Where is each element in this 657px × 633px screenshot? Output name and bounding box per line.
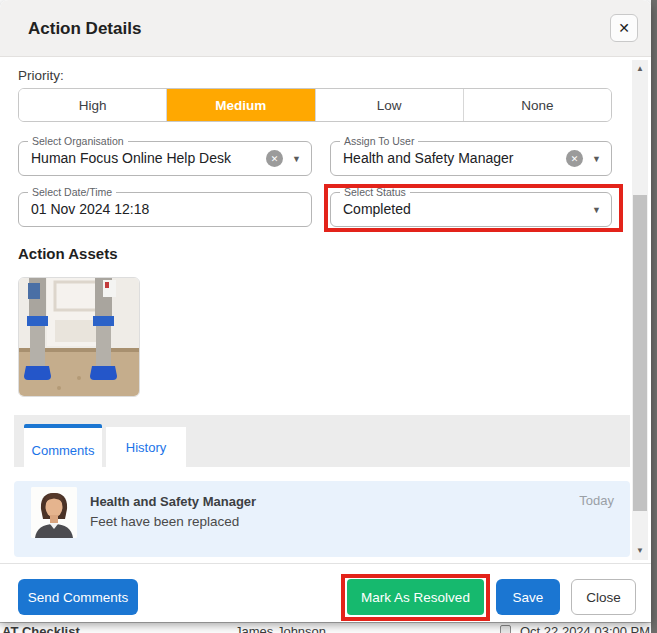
mark-as-resolved-button[interactable]: Mark As Resolved [347, 579, 484, 615]
background-row-date: Oct 22 2024 03:00 PM [520, 624, 650, 633]
close-button[interactable]: Close [571, 579, 636, 615]
priority-option-high[interactable]: High [19, 89, 166, 121]
footer-divider [0, 563, 651, 564]
background-row-title: AT Checklist [2, 624, 80, 633]
organisation-clear-icon[interactable]: ✕ [266, 150, 283, 167]
save-button[interactable]: Save [496, 579, 560, 615]
assign-user-clear-icon[interactable]: ✕ [566, 150, 583, 167]
organisation-select[interactable]: Select Organisation Human Focus Online H… [18, 141, 312, 176]
modal-header: Action Details ✕ [0, 0, 651, 57]
priority-option-medium[interactable]: Medium [166, 89, 314, 121]
comment-author: Health and Safety Manager [90, 494, 256, 509]
modal-close-button[interactable]: ✕ [610, 14, 638, 42]
page: AT Checklist James Johnson Oct 22 2024 0… [0, 0, 657, 633]
backdrop [651, 0, 657, 633]
action-assets-heading: Action Assets [18, 245, 117, 262]
scrollbar-thumb[interactable] [633, 195, 647, 511]
ladder-photo [19, 278, 139, 396]
close-icon: ✕ [618, 20, 630, 36]
modal-scrollbar[interactable]: ▲ ▼ [632, 60, 648, 560]
background-row-user: James Johnson [235, 624, 326, 633]
organisation-caret-icon[interactable]: ▼ [292, 154, 301, 164]
tab-history[interactable]: History [106, 427, 186, 467]
comment-timestamp: Today [579, 493, 614, 508]
scroll-down-icon[interactable]: ▼ [632, 544, 648, 558]
status-select[interactable]: Select Status Completed ▼ [330, 192, 612, 227]
send-comments-button[interactable]: Send Comments [18, 579, 138, 615]
tab-comments[interactable]: Comments [24, 424, 102, 473]
assign-user-caret-icon[interactable]: ▼ [592, 154, 601, 164]
organisation-value: Human Focus Online Help Desk [31, 142, 231, 175]
status-value: Completed [343, 193, 411, 226]
datetime-field[interactable]: Select Date/Time 01 Nov 2024 12:18 [18, 192, 312, 227]
priority-group: High Medium Low None [18, 88, 612, 122]
action-details-modal: Action Details ✕ ▲ ▼ Priority: High Medi… [0, 0, 651, 622]
priority-label: Priority: [18, 68, 64, 83]
datetime-value: 01 Nov 2024 12:18 [31, 193, 149, 226]
comment-text: Feet have been replaced [90, 514, 239, 529]
commenter-avatar [31, 487, 77, 538]
comment-item: Health and Safety Manager Feet have been… [14, 481, 630, 557]
assign-user-value: Health and Safety Manager [343, 142, 513, 175]
background-table-row: AT Checklist James Johnson Oct 22 2024 0… [0, 622, 651, 633]
modal-title: Action Details [28, 19, 141, 39]
background-row-icon [500, 625, 511, 633]
priority-option-low[interactable]: Low [315, 89, 463, 121]
assign-user-select[interactable]: Assign To User Health and Safety Manager… [330, 141, 612, 176]
scroll-up-icon[interactable]: ▲ [632, 62, 648, 76]
priority-option-none[interactable]: None [463, 89, 611, 121]
asset-thumbnail-image[interactable] [18, 277, 140, 397]
status-caret-icon[interactable]: ▼ [592, 205, 601, 215]
